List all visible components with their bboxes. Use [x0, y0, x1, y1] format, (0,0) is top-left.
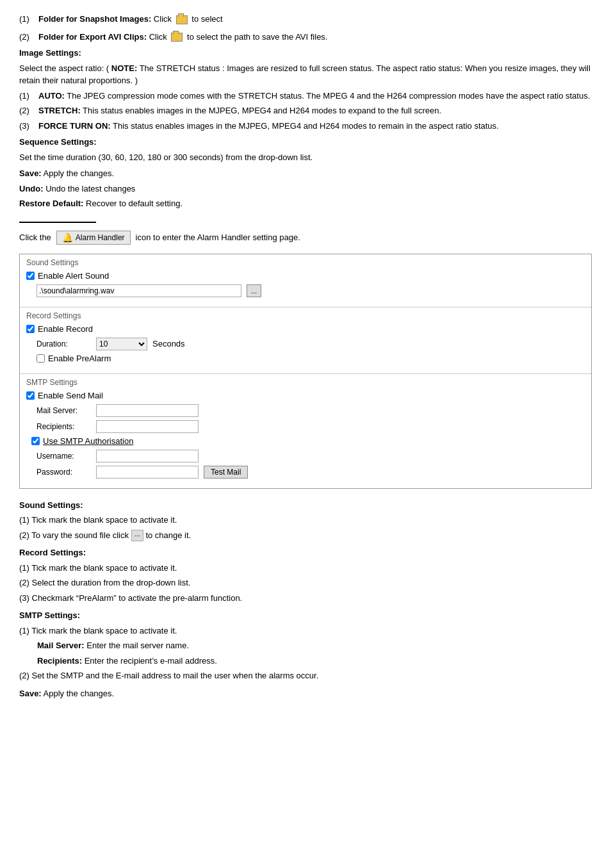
sound-settings-title: Sound Settings [26, 258, 585, 267]
enable-alert-sound-label: Enable Alert Sound [38, 271, 109, 281]
use-smtp-auth-row: Use SMTP Authorisation [31, 436, 585, 446]
step-2-num: (2) [19, 31, 38, 44]
save-line: Save: Apply the changes. [19, 167, 592, 180]
bottom-record-settings: Record Settings: (1) Tick mark the blank… [19, 546, 592, 604]
enable-send-mail-row: Enable Send Mail [26, 391, 585, 400]
folder-icon-1 [176, 15, 188, 24]
password-row: Password: Test Mail [37, 466, 585, 479]
enable-prealarm-checkbox[interactable] [37, 354, 45, 363]
img-item-1-text: AUTO: The JPEG compression mode comes wi… [38, 90, 590, 102]
password-input[interactable] [96, 466, 199, 479]
enable-record-checkbox[interactable] [26, 325, 35, 333]
step-2-text: Folder for Export AVI Clips: Click to se… [38, 31, 327, 44]
test-mail-button[interactable]: Test Mail [204, 466, 248, 479]
bottom-sound-settings: Sound Settings: (1) Tick mark the blank … [19, 499, 592, 542]
sound-change-btn-inline: ··· [131, 530, 143, 542]
alarm-handler-button[interactable]: 🔔 Alarm Handler [56, 231, 131, 245]
img-item-3-text: FORCE TURN ON: This status enables image… [38, 120, 499, 133]
sequence-title: Sequence Settings: [19, 136, 592, 149]
enable-alert-sound-row: Enable Alert Sound [26, 271, 585, 281]
recipients-row: Recipients: [37, 420, 585, 433]
username-row: Username: [37, 450, 585, 463]
enable-alert-sound-checkbox[interactable] [26, 272, 35, 280]
enable-record-label: Enable Record [38, 324, 93, 334]
mail-server-label: Mail Server: [37, 406, 91, 415]
img-item-1-num: (1) [19, 90, 38, 102]
bottom-sound-item2: (2) To vary the sound file click ··· to … [19, 529, 592, 542]
click-text: Click the [19, 233, 51, 242]
password-label: Password: [37, 468, 91, 477]
undo-line: Undo: Undo the latest changes [19, 183, 592, 195]
enable-send-mail-label: Enable Send Mail [38, 391, 103, 400]
image-settings-title: Image Settings: [19, 47, 592, 60]
duration-unit: Seconds [152, 339, 185, 348]
alarm-handler-label: Alarm Handler [76, 233, 125, 242]
bottom-smtp-title: SMTP Settings: [19, 610, 80, 620]
folder-icon-2 [171, 33, 183, 42]
record-settings-section: Record Settings Enable Record Duration: … [20, 307, 591, 374]
sound-path-input[interactable] [37, 284, 241, 297]
image-settings-intro: Select the aspect ratio: ( NOTE: The STR… [19, 62, 592, 87]
img-item-2-num: (2) [19, 104, 38, 117]
bottom-sound-title: Sound Settings: [19, 500, 83, 510]
step-1-label: Folder for Snapshot Images: [38, 14, 151, 24]
img-item-3-num: (3) [19, 120, 38, 133]
bottom-record-title: Record Settings: [19, 548, 86, 557]
section-divider [19, 222, 96, 223]
alarm-handler-row: Click the 🔔 Alarm Handler icon to enter … [19, 231, 592, 245]
duration-select[interactable]: 5 10 15 20 30 [96, 338, 147, 350]
enable-prealarm-label: Enable PreAlarm [48, 354, 111, 363]
use-smtp-auth-checkbox[interactable] [31, 437, 40, 445]
enable-record-row: Enable Record [26, 324, 585, 334]
alarm-icon: 🔔 [62, 233, 73, 243]
sound-browse-button[interactable]: ... [247, 284, 261, 297]
alarm-handler-panel: Sound Settings Enable Alert Sound ... Re… [19, 254, 592, 489]
bottom-sound-item1: (1) Tick mark the blank space to activat… [19, 514, 592, 527]
bottom-record-item3: (3) Checkmark “PreAlarm” to activate the… [19, 592, 592, 605]
sound-path-row: ... [37, 284, 585, 297]
record-settings-title: Record Settings [26, 311, 585, 320]
step-2-suffix: to select the path to save the AVI files… [187, 32, 327, 42]
bottom-smtp-item1: (1) Tick mark the blank space to activat… [19, 625, 592, 637]
step-1-text: Folder for Snapshot Images: Click to sel… [38, 13, 223, 26]
bottom-smtp-mail-server: Mail Server: Enter the mail server name. [37, 639, 592, 652]
smtp-settings-section: SMTP Settings Enable Send Mail Mail Serv… [20, 374, 591, 488]
step-1-suffix: to select [191, 14, 222, 24]
smtp-settings-title: SMTP Settings [26, 378, 585, 387]
use-smtp-auth-label: Use SMTP Authorisation [43, 436, 133, 446]
mail-server-input[interactable] [96, 404, 199, 417]
step-1-num: (1) [19, 13, 38, 26]
mail-server-row: Mail Server: [37, 404, 585, 417]
alarm-after-text: icon to enter the Alarm Handler setting … [136, 233, 300, 242]
restore-line: Restore Default: Recover to default sett… [19, 197, 592, 210]
duration-row: Duration: 5 10 15 20 30 Seconds [37, 338, 585, 350]
step-2-label: Folder for Export AVI Clips: [38, 32, 147, 42]
bottom-smtp-item2: (2) Set the SMTP and the E-mail address … [19, 669, 592, 682]
enable-send-mail-checkbox[interactable] [26, 391, 35, 400]
username-label: Username: [37, 452, 91, 461]
img-item-2-text: STRETCH: This status enables images in t… [38, 104, 441, 117]
username-input[interactable] [96, 450, 199, 463]
bottom-smtp-settings: SMTP Settings: (1) Tick mark the blank s… [19, 609, 592, 682]
recipients-label: Recipients: [37, 422, 91, 431]
enable-prealarm-row: Enable PreAlarm [37, 354, 585, 363]
bottom-save: Save: Apply the changes. [19, 687, 592, 700]
sound-settings-section: Sound Settings Enable Alert Sound ... [20, 254, 591, 307]
bottom-record-item2: (2) Select the duration from the drop-do… [19, 577, 592, 589]
bottom-smtp-recipients: Recipients: Enter the recipient’s e-mail… [37, 655, 592, 667]
duration-label: Duration: [37, 340, 91, 348]
sequence-text: Set the time duration (30, 60, 120, 180 … [19, 151, 592, 164]
bottom-record-item1: (1) Tick mark the blank space to activat… [19, 562, 592, 575]
recipients-input[interactable] [96, 420, 199, 433]
